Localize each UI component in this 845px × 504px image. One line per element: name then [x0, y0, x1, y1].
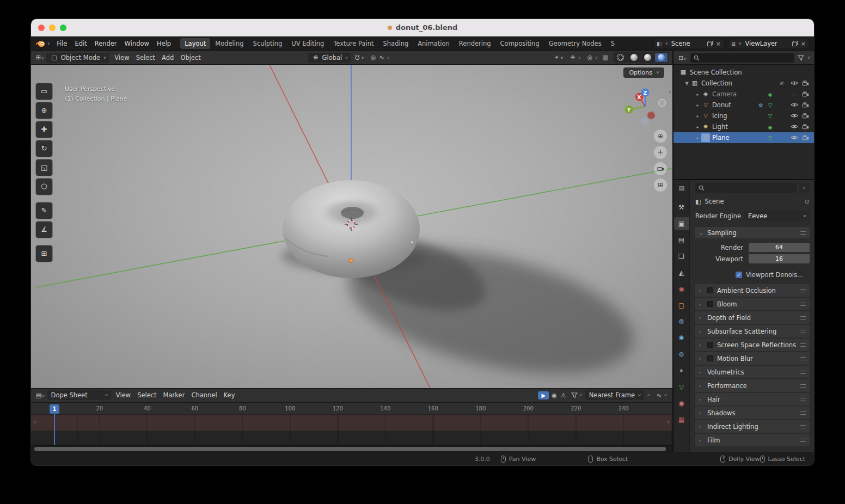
timeline-ruler[interactable]: 1 20406080100120140160180200220240: [31, 402, 672, 414]
workspace-tab[interactable]: Modeling: [211, 38, 248, 49]
outliner-row[interactable]: ▸ Plane: [673, 132, 814, 143]
timeline-menu-item[interactable]: Channel: [188, 390, 220, 401]
zoom-window-button[interactable]: [60, 24, 66, 31]
panel-grip-icon[interactable]: [800, 357, 806, 360]
outliner-row[interactable]: ▸ Icing: [673, 110, 814, 121]
pin-icon[interactable]: ⊙: [805, 198, 810, 205]
workspace-tab[interactable]: Geometry Nodes: [544, 38, 606, 49]
disable-in-renders-toggle[interactable]: [800, 91, 811, 97]
panel-grip-icon[interactable]: [800, 231, 806, 235]
workspace-tab[interactable]: Layout: [180, 38, 210, 49]
properties-tab[interactable]: [674, 348, 689, 360]
topbar-menu-item[interactable]: Render: [91, 38, 121, 49]
panel-grip-icon[interactable]: [800, 384, 806, 388]
gizmo-negative-z-ball[interactable]: [642, 118, 649, 125]
hide-in-viewport-toggle[interactable]: —: [789, 112, 800, 120]
timeline-tracks[interactable]: ‹ ›: [31, 414, 672, 446]
panel-grip-icon[interactable]: [800, 289, 806, 292]
workspace-tab[interactable]: S: [607, 38, 619, 49]
tool-button[interactable]: [36, 222, 52, 238]
snap-toggle[interactable]: Ω∨: [353, 53, 366, 62]
dope-sheet-mode-dropdown[interactable]: Dope Sheet ∨: [47, 390, 111, 400]
viewport-menu-item[interactable]: Object: [177, 52, 204, 63]
expander-icon[interactable]: ▼: [683, 81, 690, 86]
viewport-menu-item[interactable]: View: [111, 52, 132, 63]
scroll-right-arrow-icon[interactable]: ›: [668, 419, 670, 426]
props-section-header[interactable]: › Shadows: [695, 407, 810, 419]
sidebar-toggle-arrow[interactable]: ‹: [669, 88, 671, 96]
pan-view-button[interactable]: ✛: [654, 146, 667, 159]
props-section-header[interactable]: › Subsurface Scattering: [695, 325, 810, 337]
editor-type-outliner-icon[interactable]: ⊟∨: [677, 54, 687, 62]
panel-grip-icon[interactable]: [800, 303, 806, 306]
props-section-header[interactable]: › Film: [695, 434, 810, 446]
properties-tab[interactable]: [674, 282, 689, 295]
only-selected-toggle[interactable]: ▶: [538, 391, 549, 399]
properties-tab[interactable]: [674, 299, 689, 311]
viewport-menu-item[interactable]: Add: [158, 52, 177, 63]
overlays-dropdown[interactable]: ◎∨: [584, 53, 600, 62]
timeline-menu-item[interactable]: Key: [221, 390, 238, 401]
navigation-gizmo[interactable]: X Y Z: [623, 85, 667, 128]
new-scene-icon[interactable]: [707, 41, 713, 46]
props-section-header[interactable]: › Ambient Occlusion: [695, 284, 810, 297]
props-section-header[interactable]: › Depth of Field: [695, 311, 810, 324]
properties-tab[interactable]: [674, 266, 689, 279]
hide-in-viewport-toggle[interactable]: —: [789, 123, 800, 131]
props-section-header[interactable]: › Performance: [695, 379, 810, 392]
playhead-line[interactable]: [54, 414, 55, 446]
properties-tab[interactable]: [674, 380, 689, 393]
viewport-denoising-checkbox[interactable]: [736, 272, 742, 278]
shading-solid-button[interactable]: [628, 53, 640, 62]
panel-grip-icon[interactable]: [800, 371, 806, 374]
filter-funnel-icon[interactable]: [798, 55, 804, 61]
workspace-tab[interactable]: Rendering: [455, 38, 495, 49]
properties-tab[interactable]: [674, 250, 689, 262]
topbar-menu-item[interactable]: File: [53, 38, 71, 49]
hide-in-viewport-toggle[interactable]: —: [789, 79, 800, 87]
camera-view-button[interactable]: [654, 162, 667, 175]
props-section-header[interactable]: › Motion Blur: [695, 352, 810, 365]
disable-in-renders-toggle[interactable]: [800, 81, 811, 86]
properties-tab[interactable]: [674, 217, 689, 230]
properties-tab[interactable]: [674, 201, 689, 213]
object-visibility-dropdown[interactable]: ⌖∨: [552, 53, 565, 62]
timeline-menu-item[interactable]: Select: [134, 390, 160, 401]
hide-in-viewport-toggle[interactable]: —: [789, 91, 800, 97]
tool-button[interactable]: [36, 202, 52, 219]
expander-icon[interactable]: ▸: [694, 114, 701, 119]
sampling-value-field[interactable]: 16: [749, 254, 810, 263]
section-checkbox[interactable]: [707, 301, 713, 307]
disable-in-renders-toggle[interactable]: [800, 135, 811, 140]
xray-toggle[interactable]: ▥: [602, 54, 609, 61]
properties-search-input[interactable]: [695, 183, 797, 193]
section-checkbox[interactable]: [707, 342, 713, 348]
topbar-menu-item[interactable]: Help: [153, 38, 175, 49]
3d-viewport[interactable]: User Perspective (1) Collection | Plane …: [31, 65, 672, 388]
workspace-tab[interactable]: Sculpting: [249, 38, 287, 49]
gizmos-dropdown[interactable]: ✛∨: [567, 53, 583, 62]
scrollbar-thumb[interactable]: [34, 447, 666, 451]
minimize-window-button[interactable]: [49, 24, 56, 31]
properties-tab[interactable]: [674, 413, 689, 426]
properties-tab[interactable]: [674, 331, 689, 344]
gizmo-negative-x-ball[interactable]: [659, 99, 666, 106]
disable-in-renders-toggle[interactable]: [800, 113, 811, 119]
snap-mode-dropdown[interactable]: Nearest Frame ∨: [585, 390, 644, 400]
proportional-editing-toggle[interactable]: ◎∿∨: [368, 53, 391, 62]
gizmo-negative-y-ball[interactable]: [648, 112, 655, 119]
timeline-menu-item[interactable]: Marker: [160, 390, 188, 401]
disable-in-renders-toggle[interactable]: [800, 102, 811, 108]
outliner-search-input[interactable]: [690, 53, 794, 63]
outliner-row[interactable]: ▼ Collection: [673, 78, 814, 89]
workspace-tab[interactable]: Texture Paint: [329, 38, 378, 49]
properties-tab[interactable]: [674, 233, 689, 246]
tool-button[interactable]: [36, 121, 52, 138]
filter-dropdown[interactable]: ∨: [569, 391, 584, 399]
mode-dropdown[interactable]: ▢ Object Mode ∨: [46, 53, 109, 63]
blender-menu-button[interactable]: ∨: [35, 40, 50, 47]
expander-icon[interactable]: ▸: [694, 103, 701, 108]
panel-grip-icon[interactable]: [800, 343, 806, 347]
disable-in-renders-toggle[interactable]: [800, 124, 811, 130]
section-checkbox[interactable]: [707, 287, 713, 293]
